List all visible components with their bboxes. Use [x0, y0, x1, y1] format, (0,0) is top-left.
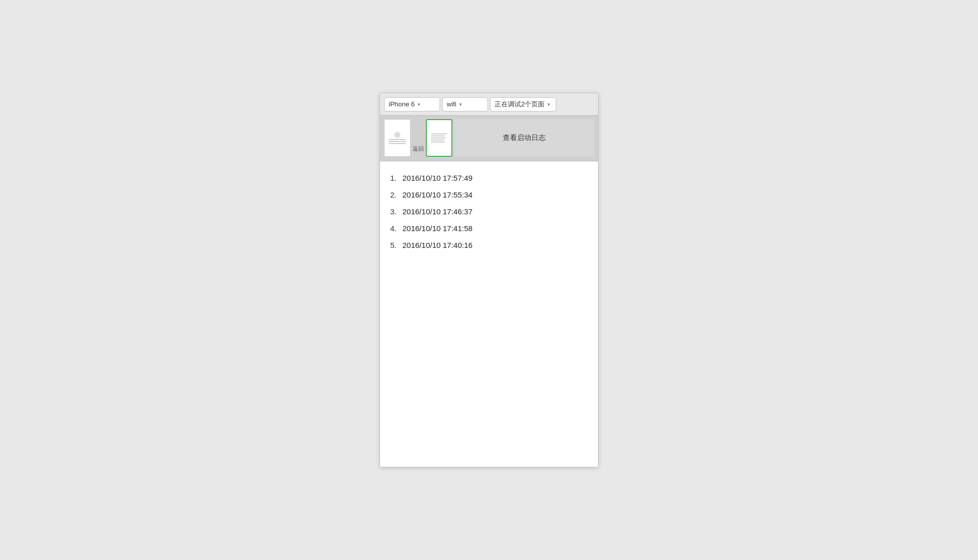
log-item: 3.2016/10/10 17:46:37 — [390, 203, 588, 220]
log-item: 1.2016/10/10 17:57:49 — [390, 170, 588, 186]
log-item-timestamp: 2016/10/10 17:46:37 — [402, 207, 473, 216]
log-item-number: 4. — [390, 224, 400, 233]
thumb-line-a — [431, 133, 447, 134]
device-chevron: ▾ — [418, 102, 420, 107]
partial-label: 返回 — [413, 145, 424, 153]
simulator-window: iPhone 6 ▾ wifi ▾ 正在调试2个页面 ▾ 返回 — [379, 93, 599, 467]
log-item-number: 2. — [390, 190, 400, 199]
thumb-line-d — [431, 139, 444, 141]
log-item-number: 1. — [390, 174, 400, 182]
thumb-line-1 — [389, 139, 406, 140]
thumb-line-e — [431, 142, 445, 143]
status-label: 正在调试2个页面 — [495, 100, 545, 109]
status-selector[interactable]: 正在调试2个页面 ▾ — [490, 97, 556, 111]
thumb-lines-2 — [431, 133, 447, 143]
header-preview-label: 查看启动日志 — [503, 133, 546, 143]
device-selector[interactable]: iPhone 6 ▾ — [384, 97, 440, 111]
log-item-timestamp: 2016/10/10 17:57:49 — [402, 174, 473, 182]
log-item-timestamp: 2016/10/10 17:41:58 — [402, 224, 473, 233]
wifi-selector[interactable]: wifi ▾ — [442, 97, 488, 111]
log-item: 4.2016/10/10 17:41:58 — [390, 220, 588, 237]
wifi-label: wifi — [447, 100, 456, 108]
page-thumb-2-content — [427, 120, 451, 156]
thumb-line-c — [431, 137, 446, 138]
status-chevron: ▾ — [548, 102, 550, 107]
log-item-timestamp: 2016/10/10 17:55:34 — [402, 190, 473, 199]
page-header-preview: 查看启动日志 — [454, 119, 594, 157]
log-item: 5.2016/10/10 17:40:16 — [390, 237, 588, 254]
wifi-chevron: ▾ — [459, 102, 462, 107]
device-label: iPhone 6 — [389, 100, 415, 108]
log-item: 2.2016/10/10 17:55:34 — [390, 186, 588, 203]
pages-area: 返回 查看启动日志 — [380, 116, 598, 161]
log-item-timestamp: 2016/10/10 17:40:16 — [402, 241, 473, 249]
log-item-number: 3. — [390, 207, 400, 216]
log-content: 1.2016/10/10 17:57:492.2016/10/10 17:55:… — [380, 161, 598, 467]
thumb-line-b — [431, 135, 445, 136]
log-item-number: 5. — [390, 241, 400, 249]
page-thumb-1-content — [385, 120, 410, 156]
toolbar: iPhone 6 ▾ wifi ▾ 正在调试2个页面 ▾ — [380, 93, 598, 116]
page-thumb-2[interactable] — [426, 119, 452, 157]
thumb-icon — [394, 132, 400, 138]
log-list: 1.2016/10/10 17:57:492.2016/10/10 17:55:… — [390, 170, 588, 254]
thumb-lines — [389, 139, 406, 144]
page-thumb-1[interactable] — [384, 119, 411, 157]
thumb-line-2 — [389, 141, 406, 142]
thumb-line-3 — [389, 143, 406, 144]
